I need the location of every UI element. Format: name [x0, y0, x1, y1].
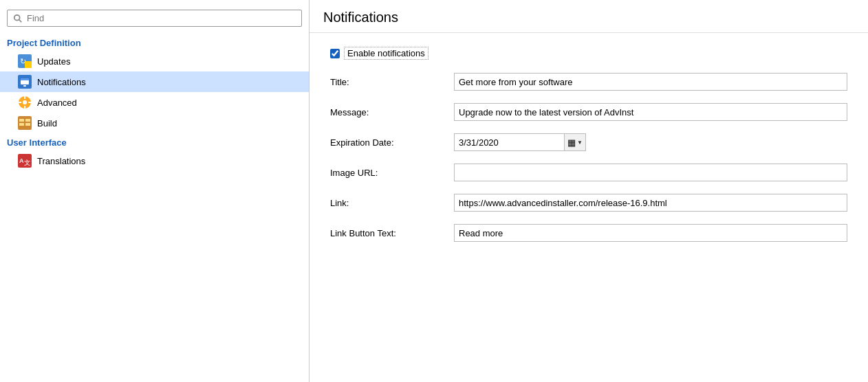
svg-rect-16: [19, 119, 24, 122]
title-label: Title:: [330, 77, 454, 87]
sidebar-item-advanced-label: Advanced: [37, 98, 77, 108]
sidebar: Project Definition ↻ Updates Notificatio…: [0, 0, 310, 382]
svg-rect-18: [19, 123, 24, 126]
updates-icon: ↻: [18, 54, 32, 68]
notifications-icon: [18, 75, 32, 89]
search-input[interactable]: [27, 13, 296, 23]
svg-rect-4: [25, 61, 32, 68]
image-url-row: Image URL:: [330, 163, 847, 182]
svg-point-0: [14, 14, 20, 20]
search-box: [7, 10, 302, 27]
calendar-icon: ▦: [567, 137, 576, 148]
svg-rect-7: [21, 78, 29, 80]
page-title: Notifications: [310, 0, 868, 33]
build-icon: [18, 116, 32, 130]
sidebar-item-advanced[interactable]: Advanced: [0, 92, 309, 113]
section-header-project: Project Definition: [0, 34, 309, 51]
enable-row: Enable notifications: [330, 47, 847, 60]
svg-rect-8: [23, 85, 26, 87]
search-icon: [13, 14, 23, 23]
link-label: Link:: [330, 198, 454, 208]
svg-text:文: 文: [24, 159, 30, 166]
image-url-label: Image URL:: [330, 168, 454, 178]
main-panel: Notifications Enable notifications Title…: [310, 0, 868, 382]
message-input[interactable]: [454, 103, 847, 121]
section-header-ui: User Interface: [0, 133, 309, 150]
panel-content: Enable notifications Title: Message: Exp…: [310, 33, 868, 267]
sidebar-item-build[interactable]: Build: [0, 113, 309, 133]
advanced-icon: [18, 95, 32, 109]
link-button-text-input[interactable]: [454, 224, 847, 242]
link-row: Link:: [330, 193, 847, 212]
date-picker-button[interactable]: ▦ ▼: [564, 133, 586, 151]
translations-icon: A 文: [18, 154, 32, 168]
svg-rect-14: [28, 102, 31, 103]
link-button-text-row: Link Button Text:: [330, 223, 847, 243]
sidebar-item-translations-label: Translations: [37, 156, 85, 166]
sidebar-item-updates[interactable]: ↻ Updates: [0, 51, 309, 71]
title-row: Title:: [330, 72, 847, 91]
sidebar-item-build-label: Build: [37, 118, 57, 128]
svg-rect-12: [24, 106, 25, 109]
svg-rect-13: [19, 102, 21, 103]
expiration-row: Expiration Date: ▦ ▼: [330, 133, 847, 152]
svg-line-1: [19, 19, 22, 22]
expiration-label: Expiration Date:: [330, 137, 454, 148]
svg-text:A: A: [19, 157, 24, 164]
message-row: Message:: [330, 102, 847, 122]
sidebar-item-translations[interactable]: A 文 Translations: [0, 150, 309, 171]
sidebar-item-notifications[interactable]: Notifications: [0, 71, 309, 92]
enable-notifications-checkbox[interactable]: [330, 49, 340, 58]
sidebar-item-notifications-label: Notifications: [37, 77, 86, 87]
svg-rect-11: [24, 96, 25, 99]
svg-rect-19: [25, 123, 30, 126]
dropdown-arrow-icon: ▼: [577, 139, 583, 146]
enable-notifications-label: Enable notifications: [344, 47, 428, 60]
title-input[interactable]: [454, 73, 847, 91]
search-wrap: [0, 5, 309, 34]
image-url-input[interactable]: [454, 164, 847, 181]
link-input[interactable]: [454, 194, 847, 212]
link-button-text-label: Link Button Text:: [330, 228, 454, 238]
sidebar-item-updates-label: Updates: [37, 56, 70, 67]
svg-rect-17: [25, 119, 30, 122]
message-label: Message:: [330, 107, 454, 117]
svg-point-10: [23, 100, 27, 104]
expiration-date-input[interactable]: [454, 133, 564, 151]
date-input-wrap: ▦ ▼: [454, 133, 847, 151]
